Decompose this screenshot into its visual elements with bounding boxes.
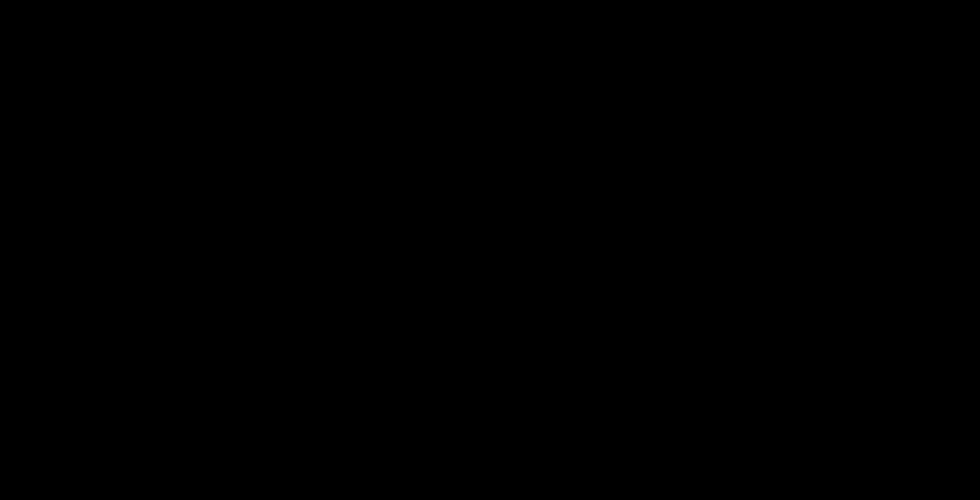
axes-ticks-canvas [0, 0, 980, 500]
app-window [0, 0, 980, 500]
colorbar-gradient [943, 38, 953, 480]
